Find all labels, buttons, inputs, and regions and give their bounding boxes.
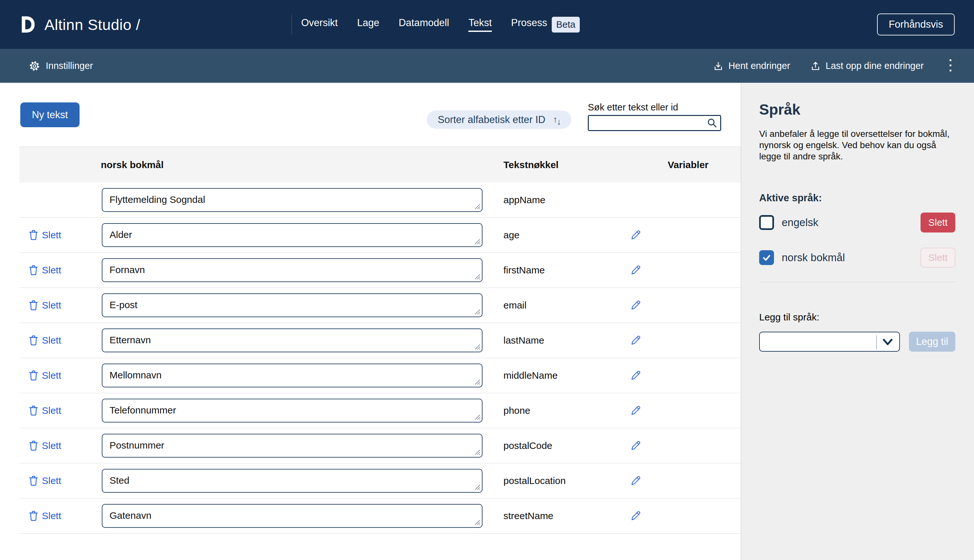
text-value-input[interactable] [102, 293, 482, 317]
edit-key-button[interactable] [630, 229, 641, 241]
text-key-label: streetName [504, 510, 553, 522]
text-value-input[interactable] [102, 363, 482, 387]
table-row: Slett firstName [19, 253, 741, 288]
language-checkbox[interactable] [759, 215, 774, 230]
pencil-icon [630, 370, 641, 381]
language-row: norsk bokmål Slett [759, 248, 955, 268]
checkmark-icon [761, 252, 772, 263]
active-languages-label: Aktive språk: [759, 192, 955, 204]
delete-row-button[interactable]: Slett [29, 300, 61, 311]
text-key-label: age [504, 230, 520, 240]
edit-key-button[interactable] [630, 264, 641, 276]
add-language-label: Legg til språk: [759, 311, 955, 323]
trash-icon [29, 511, 38, 521]
sort-button-label: Sorter alfabetisk etter ID [438, 114, 545, 126]
search-icon [707, 118, 717, 128]
delete-row-button[interactable]: Slett [29, 265, 61, 276]
delete-language-button[interactable]: Slett [921, 248, 955, 268]
edit-key-button[interactable] [630, 300, 641, 311]
delete-row-button[interactable]: Slett [29, 510, 61, 522]
pencil-icon [630, 440, 641, 452]
edit-key-button[interactable] [630, 510, 641, 522]
nav-divider [292, 14, 292, 35]
more-options-button[interactable] [947, 58, 954, 73]
texts-table: norsk bokmål Tekstnøkkel Variabler Slett [19, 147, 741, 533]
delete-row-button[interactable]: Slett [29, 475, 61, 486]
delete-row-button[interactable]: Slett [29, 405, 61, 416]
delete-row-label: Slett [42, 475, 61, 486]
delete-row-label: Slett [42, 440, 61, 451]
fetch-changes-label: Hent endringer [728, 60, 790, 71]
search-input[interactable] [588, 115, 721, 131]
text-key-label: phone [504, 405, 530, 416]
text-editor-main: Ny tekst Sorter alfabetisk etter ID ↑↓ S… [0, 83, 741, 560]
delete-row-button[interactable]: Slett [29, 370, 61, 381]
preview-button[interactable]: Forhåndsvis [877, 13, 955, 35]
download-icon [713, 60, 724, 72]
active-languages-list: engelsk Slett norsk bokmål Slett [759, 213, 955, 268]
text-value-input[interactable] [102, 399, 482, 422]
settings-button[interactable]: Innstillinger [28, 60, 93, 72]
app-logo[interactable]: Altinn Studio / [18, 15, 140, 35]
text-key-label: lastName [504, 335, 544, 346]
table-row: Slett phone [19, 393, 741, 428]
trash-icon [29, 405, 38, 416]
text-value-input[interactable] [102, 469, 482, 493]
sort-alphabetical-button[interactable]: Sorter alfabetisk etter ID ↑↓ [427, 110, 571, 129]
upload-icon [810, 60, 821, 72]
pencil-icon [630, 264, 641, 276]
nav-item-prosess[interactable]: Prosess [511, 17, 547, 32]
nav-item-datamodell[interactable]: Datamodell [399, 17, 449, 32]
pencil-icon [630, 300, 641, 311]
delete-row-button[interactable]: Slett [29, 335, 61, 346]
text-value-input[interactable] [102, 434, 482, 458]
search-label: Søk etter tekst eller id [588, 102, 721, 113]
edit-key-button[interactable] [630, 475, 641, 487]
language-select[interactable] [759, 332, 900, 352]
top-navigation-bar: Altinn Studio / Oversikt Lage Datamodell… [0, 0, 974, 49]
delete-row-button[interactable]: Slett [29, 230, 61, 240]
nav-item-lage[interactable]: Lage [357, 17, 379, 32]
app-logo-text: Altinn Studio / [45, 16, 140, 33]
nav-item-oversikt[interactable]: Oversikt [301, 17, 338, 32]
language-checkbox[interactable] [759, 250, 774, 265]
trash-icon [29, 265, 38, 275]
text-value-input[interactable] [102, 188, 482, 212]
text-value-input[interactable] [102, 504, 482, 528]
fetch-changes-button[interactable]: Hent endringer [713, 60, 790, 72]
table-row: Slett streetName [19, 498, 741, 533]
delete-row-button[interactable]: Slett [29, 440, 61, 451]
upload-changes-button[interactable]: Last opp dine endringer [810, 60, 924, 72]
upload-changes-label: Last opp dine endringer [826, 60, 924, 71]
language-row: engelsk Slett [759, 213, 955, 233]
sort-arrows-icon: ↑↓ [553, 115, 560, 125]
table-row: Slett lastName [19, 323, 741, 358]
trash-icon [29, 476, 38, 486]
edit-key-button[interactable] [630, 335, 641, 346]
nav-item-tekst[interactable]: Tekst [468, 17, 492, 32]
delete-language-button[interactable]: Slett [921, 213, 955, 233]
header-key-column: Tekstnøkkel [494, 159, 661, 170]
text-key-label: postalCode [504, 440, 552, 451]
trash-icon [29, 440, 38, 451]
trash-icon [29, 230, 38, 240]
edit-key-button[interactable] [630, 405, 641, 417]
edit-key-button[interactable] [630, 440, 641, 452]
delete-row-label: Slett [42, 230, 61, 240]
secondary-toolbar: Innstillinger Hent endringer Last opp di… [0, 49, 974, 83]
table-row: Slett age [19, 218, 741, 253]
altinn-studio-logo-icon [18, 15, 38, 35]
chevron-down-icon [882, 338, 894, 347]
add-language-button[interactable]: Legg til [909, 332, 955, 352]
text-value-input[interactable] [102, 328, 482, 352]
language-label: norsk bokmål [782, 252, 845, 264]
sidebar-description: Vi anbefaler å legge til oversettelser f… [759, 128, 959, 162]
kebab-menu-icon [949, 58, 952, 72]
pencil-icon [630, 475, 641, 487]
text-value-input[interactable] [102, 258, 482, 282]
text-key-label: appName [504, 195, 545, 205]
main-nav: Oversikt Lage Datamodell Tekst Prosess B… [301, 0, 580, 49]
edit-key-button[interactable] [630, 370, 641, 381]
new-text-button[interactable]: Ny tekst [20, 102, 80, 127]
text-value-input[interactable] [102, 223, 482, 247]
